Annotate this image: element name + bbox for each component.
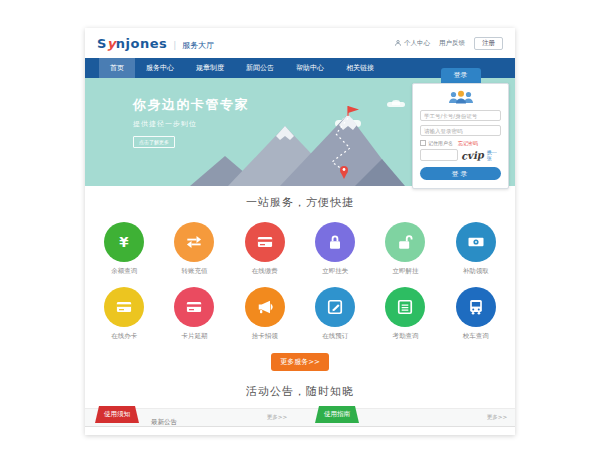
- service-label: 在线缴费: [230, 267, 300, 276]
- service-item[interactable]: 校车查询: [441, 287, 511, 341]
- nav-item-0[interactable]: 首页: [99, 58, 135, 78]
- service-item[interactable]: 补助领取: [441, 222, 511, 276]
- hero-cta-button[interactable]: 点击了解更多: [133, 136, 175, 148]
- megaphone-icon: [245, 287, 285, 327]
- hero-banner: 你身边的卡管专家 提供捷径一步到位 点击了解更多 登录: [85, 78, 515, 186]
- service-label: 立即挂失: [300, 267, 370, 276]
- lock-icon: [315, 222, 355, 262]
- unlock-icon: [385, 222, 425, 262]
- personal-center-link[interactable]: 个人中心: [394, 39, 430, 48]
- login-options: 记住用户名 忘记密码: [420, 140, 501, 146]
- hero-text: 你身边的卡管专家 提供捷径一步到位 点击了解更多: [133, 96, 249, 148]
- remember-checkbox[interactable]: [420, 140, 426, 146]
- password-input[interactable]: [420, 125, 501, 136]
- service-label: 在线预订: [300, 332, 370, 341]
- service-label: 补助领取: [441, 267, 511, 276]
- services-title: 一站服务，方便快捷: [85, 195, 515, 210]
- logo-text: Synjones: [97, 36, 167, 51]
- service-item[interactable]: 卡片延期: [159, 287, 229, 341]
- edit-icon: [315, 287, 355, 327]
- login-tab[interactable]: 登录: [441, 68, 481, 83]
- service-item[interactable]: 在线预订: [300, 287, 370, 341]
- nav-item-1[interactable]: 服务中心: [135, 58, 185, 78]
- bus-icon: [456, 287, 496, 327]
- service-item[interactable]: 拾卡招领: [230, 287, 300, 341]
- login-form: 记住用户名 忘记密码 cvip 换一张 登录: [412, 83, 509, 189]
- card-icon: [104, 287, 144, 327]
- right-more-link[interactable]: 更多>>: [487, 409, 507, 426]
- login-submit-button[interactable]: 登录: [420, 167, 501, 180]
- users-icon: [447, 90, 475, 105]
- right-panel: 使用指南 更多>>: [307, 409, 513, 426]
- register-button[interactable]: 注册: [474, 37, 503, 50]
- card-icon: [245, 222, 285, 262]
- left-panel: 使用须知 最新公告 更多>>: [87, 409, 293, 426]
- service-item[interactable]: 转账充值: [159, 222, 229, 276]
- service-label: 余额查询: [89, 267, 159, 276]
- service-item[interactable]: 考勤查询: [370, 287, 440, 341]
- service-label: 立即解挂: [370, 267, 440, 276]
- captcha-row: cvip 换一张: [420, 149, 501, 161]
- svg-text:¥: ¥: [120, 235, 130, 250]
- service-item[interactable]: 在线办卡: [89, 287, 159, 341]
- service-label: 卡片延期: [159, 332, 229, 341]
- remember-label: 记住用户名: [428, 140, 453, 146]
- captcha-image: cvip: [461, 149, 484, 162]
- service-label: 拾卡招领: [230, 332, 300, 341]
- left-more-link[interactable]: 更多>>: [267, 409, 287, 426]
- yen-icon: ¥: [104, 222, 144, 262]
- services-grid: ¥余额查询转账充值在线缴费立即挂失立即解挂补助领取在线办卡卡片延期拾卡招领在线预…: [89, 222, 511, 341]
- service-label: 在线办卡: [89, 332, 159, 341]
- header-links: 个人中心 用户反馈 注册: [394, 37, 503, 50]
- logo-accent: y: [107, 36, 116, 51]
- service-item[interactable]: 立即解挂: [370, 222, 440, 276]
- service-item[interactable]: ¥余额查询: [89, 222, 159, 276]
- services-section: 一站服务，方便快捷 ¥余额查询转账充值在线缴费立即挂失立即解挂补助领取在线办卡卡…: [85, 186, 515, 371]
- list-icon: [385, 287, 425, 327]
- usage-notice-ribbon-tab[interactable]: 使用须知: [95, 406, 139, 423]
- user-feedback-link[interactable]: 用户反馈: [439, 39, 465, 48]
- logo[interactable]: Synjones | 服务大厅: [97, 36, 214, 51]
- hero-subtitle: 提供捷径一步到位: [133, 119, 249, 129]
- nav-item-3[interactable]: 新闻公告: [235, 58, 285, 78]
- header: Synjones | 服务大厅 个人中心 用户反馈 注册: [85, 28, 515, 58]
- announcements-tabs: 使用须知 最新公告 更多>> 使用指南 更多>>: [85, 408, 515, 427]
- announcements-title: 活动公告，随时知晓: [85, 384, 515, 399]
- announcements-section: 活动公告，随时知晓 使用须知 最新公告 更多>> 使用指南 更多>>: [85, 384, 515, 427]
- service-item[interactable]: 立即挂失: [300, 222, 370, 276]
- captcha-refresh-link[interactable]: 换一张: [487, 149, 501, 161]
- service-item[interactable]: 在线缴费: [230, 222, 300, 276]
- latest-announcements-tab[interactable]: 最新公告: [151, 414, 177, 431]
- transfer-icon: [174, 222, 214, 262]
- person-icon: [394, 39, 402, 47]
- hero-title: 你身边的卡管专家: [133, 96, 249, 114]
- nav-item-2[interactable]: 规章制度: [185, 58, 235, 78]
- nav-item-4[interactable]: 帮助中心: [285, 58, 335, 78]
- usage-guide-ribbon-tab[interactable]: 使用指南: [315, 406, 359, 423]
- captcha-input[interactable]: [420, 149, 458, 161]
- more-services-button[interactable]: 更多服务>>: [271, 353, 329, 371]
- card-icon: [174, 287, 214, 327]
- logo-divider: |: [173, 40, 176, 50]
- service-label: 校车查询: [441, 332, 511, 341]
- banknote-icon: [456, 222, 496, 262]
- forgot-password-link[interactable]: 忘记密码: [458, 140, 478, 146]
- logo-tagline: 服务大厅: [182, 40, 214, 51]
- nav-item-5[interactable]: 相关链接: [335, 58, 385, 78]
- login-panel: 登录 记住用户名 忘记密码 cvip 换一张: [412, 68, 509, 189]
- account-input[interactable]: [420, 110, 501, 121]
- service-label: 考勤查询: [370, 332, 440, 341]
- page: Synjones | 服务大厅 个人中心 用户反馈 注册 首页服务中心规章制度新…: [85, 28, 515, 435]
- service-label: 转账充值: [159, 267, 229, 276]
